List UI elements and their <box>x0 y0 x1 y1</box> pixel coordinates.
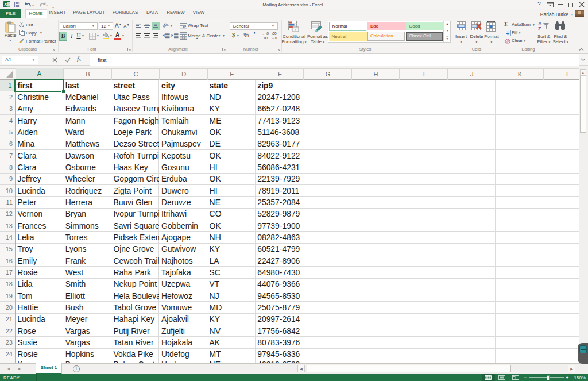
svg-text:≠: ≠ <box>295 28 297 32</box>
svg-text:X: X <box>4 2 7 7</box>
svg-text:ab: ab <box>163 22 167 28</box>
svg-text:Z: Z <box>538 26 541 31</box>
